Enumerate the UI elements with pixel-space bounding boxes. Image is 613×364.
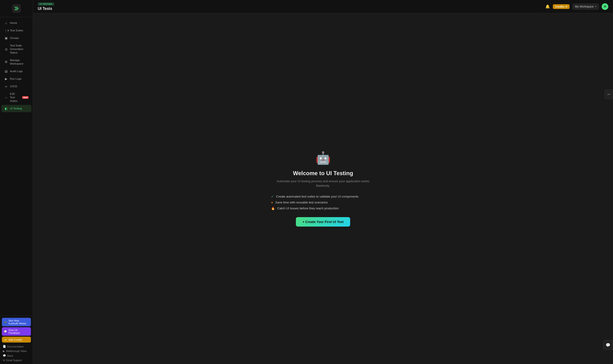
sidebar-item-label: UI Testing bbox=[10, 107, 22, 110]
workspace-label: My Workspace bbox=[575, 5, 594, 8]
documentation-link[interactable]: 📄 Documentation bbox=[2, 344, 31, 349]
walkthrough-label: Walkthrough Video bbox=[6, 350, 27, 352]
feedback-label: Give Us Feedback bbox=[9, 329, 29, 334]
chevron-down-icon: ▾ bbox=[595, 5, 596, 8]
sidebar-item-label: Manage Workspace bbox=[10, 58, 28, 65]
feature-text-2: Save time with reusable test scenarios bbox=[275, 201, 328, 204]
cicd-icon: ∞ bbox=[4, 85, 8, 88]
main-area: UI TESTING UI Tests 🔔 Credits: 0 My Work… bbox=[33, 0, 613, 364]
credits-label: Add Credits bbox=[9, 338, 22, 341]
slack-label: Slack bbox=[7, 354, 13, 357]
robot-icon: 🤖 bbox=[315, 151, 331, 165]
sidebar-bottom: 📹 See How KushoAI Works 💬 Give Us Feedba… bbox=[0, 316, 33, 364]
sidebar-item-cicd[interactable]: ∞ CI/CD bbox=[1, 83, 31, 90]
see-how-label: See How KushoAI Works bbox=[9, 319, 29, 325]
nav-items: ⌂ Home ⋮≡ Test Suites ▣ Groups ◎ Test Su… bbox=[0, 17, 33, 316]
feedback-icon: 💬 bbox=[4, 330, 7, 333]
sidebar-item-test-suites[interactable]: ⋮≡ Test Suites bbox=[1, 27, 31, 34]
topbar-right: 🔔 Credits: 0 My Workspace ▾ H bbox=[545, 3, 608, 10]
credits-icon: 💳 bbox=[4, 338, 7, 341]
see-how-icon: 📹 bbox=[4, 321, 7, 324]
sidebar-item-groups[interactable]: ▣ Groups bbox=[1, 34, 31, 42]
sidebar-logo bbox=[0, 0, 33, 17]
feature-text-3: Catch UI issues before they reach produc… bbox=[277, 207, 339, 210]
audit-logs-icon: ▤ bbox=[4, 70, 8, 73]
walkthrough-link[interactable]: ▶ Walkthrough Video bbox=[2, 349, 31, 353]
ui-testing-icon: ◧ bbox=[4, 107, 8, 110]
manage-workspace-icon: ⚙ bbox=[4, 60, 8, 64]
sidebar-item-label: Home bbox=[10, 21, 17, 25]
feature-item-1: ✓ Create automated test suites to valida… bbox=[271, 195, 375, 198]
sidebar-item-test-suite-gen[interactable]: ◎ Test Suite Generation Status bbox=[1, 42, 31, 56]
test-suites-icon: ⋮≡ bbox=[4, 29, 8, 32]
sidebar-item-label: CI/CD bbox=[10, 85, 17, 88]
topbar-left: UI TESTING UI Tests bbox=[38, 2, 54, 11]
workspace-button[interactable]: My Workspace ▾ bbox=[572, 3, 599, 10]
sidebar: ⌂ Home ⋮≡ Test Suites ▣ Groups ◎ Test Su… bbox=[0, 0, 33, 364]
topbar: UI TESTING UI Tests 🔔 Credits: 0 My Work… bbox=[33, 0, 613, 13]
test-suite-gen-icon: ◎ bbox=[4, 47, 8, 51]
documentation-label: Documentation bbox=[7, 345, 24, 348]
create-btn-label: + Create Your First UI Test bbox=[302, 220, 343, 224]
documentation-icon: 📄 bbox=[3, 345, 6, 348]
sidebar-item-audit-logs[interactable]: ▤ Audit Logs bbox=[1, 68, 31, 75]
welcome-card: 🤖 Welcome to UI Testing Automate your UI… bbox=[266, 142, 380, 236]
sidebar-item-label: Run Logs bbox=[10, 77, 21, 81]
sidebar-item-label: Groups bbox=[10, 36, 19, 40]
bell-icon[interactable]: 🔔 bbox=[545, 4, 550, 9]
sidebar-item-home[interactable]: ⌂ Home bbox=[1, 19, 31, 27]
sidebar-item-label: Test Suites bbox=[10, 29, 23, 32]
sidebar-item-e2e-test-suites[interactable]: ↔ E2E Test Suites NEW bbox=[1, 90, 31, 105]
sidebar-item-manage-workspace[interactable]: ⚙ Manage Workspace bbox=[1, 57, 31, 67]
circle-icon: ● bbox=[271, 201, 273, 204]
logo-icon bbox=[12, 4, 21, 13]
email-support-link[interactable]: ✉ Email Support bbox=[2, 358, 31, 362]
fire-icon: 🔥 bbox=[271, 207, 275, 210]
email-icon: ✉ bbox=[3, 359, 5, 362]
scissors-icon: ✂ bbox=[607, 92, 610, 96]
sidebar-links: 📄 Documentation ▶ Walkthrough Video 💬 Sl… bbox=[2, 344, 31, 362]
feature-item-3: 🔥 Catch UI issues before they reach prod… bbox=[271, 207, 375, 210]
sidebar-item-run-logs[interactable]: ▶ Run Logs bbox=[1, 75, 31, 82]
sidebar-item-label: Test Suite Generation Status bbox=[10, 44, 28, 54]
new-badge: NEW bbox=[22, 96, 28, 99]
e2e-icon: ↔ bbox=[4, 96, 8, 99]
welcome-title: Welcome to UI Testing bbox=[293, 170, 353, 177]
chat-tool[interactable]: 💬 bbox=[603, 340, 613, 350]
sidebar-item-label: Audit Logs bbox=[10, 70, 23, 73]
feedback-button[interactable]: 💬 Give Us Feedback bbox=[2, 327, 31, 336]
create-first-ui-test-button[interactable]: + Create Your First UI Test bbox=[296, 217, 350, 227]
feature-text-1: Create automated test suites to validate… bbox=[276, 195, 358, 198]
slack-icon: 💬 bbox=[3, 354, 6, 357]
see-how-button[interactable]: 📹 See How KushoAI Works bbox=[2, 318, 31, 326]
scissors-tool[interactable]: ✂ bbox=[605, 90, 613, 99]
page-title: UI Tests bbox=[38, 7, 54, 11]
home-icon: ⌂ bbox=[4, 21, 8, 25]
breadcrumb: UI TESTING bbox=[38, 2, 54, 6]
feature-item-2: ● Save time with reusable test scenarios bbox=[271, 201, 375, 204]
checkmark-icon: ✓ bbox=[271, 195, 274, 198]
credits-badge: Credits: 0 bbox=[553, 4, 570, 9]
sidebar-item-ui-testing[interactable]: ◧ UI Testing bbox=[1, 105, 31, 112]
run-logs-icon: ▶ bbox=[4, 77, 8, 81]
walkthrough-icon: ▶ bbox=[3, 350, 5, 352]
slack-link[interactable]: 💬 Slack bbox=[2, 354, 31, 358]
chat-icon: 💬 bbox=[606, 343, 610, 347]
content-area: 🤖 Welcome to UI Testing Automate your UI… bbox=[33, 13, 613, 364]
groups-icon: ▣ bbox=[4, 36, 8, 40]
email-support-label: Email Support bbox=[6, 359, 22, 362]
sidebar-item-label: E2E Test Suites bbox=[10, 92, 20, 103]
avatar: H bbox=[602, 3, 608, 10]
feature-list: ✓ Create automated test suites to valida… bbox=[271, 195, 375, 210]
welcome-subtitle: Automate your UI testing process and ens… bbox=[271, 179, 375, 188]
add-credits-button[interactable]: 💳 Add Credits bbox=[2, 337, 31, 343]
